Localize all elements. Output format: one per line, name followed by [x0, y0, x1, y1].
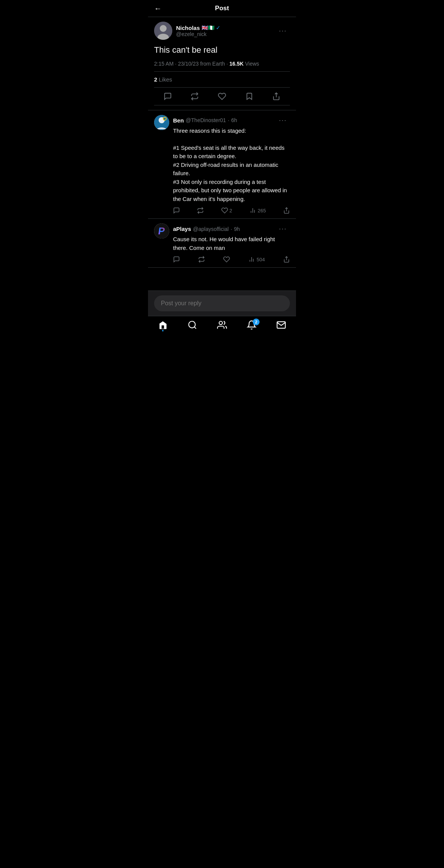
comment-1-likes-count: 2 — [230, 208, 232, 213]
nav-mail[interactable] — [276, 320, 286, 330]
like-button[interactable] — [218, 92, 226, 100]
comment-2-name-info: aPlays @aplaysofficial · 9h — [173, 226, 240, 232]
header: ← Post — [148, 0, 296, 17]
comment-2-more-button[interactable]: ··· — [276, 223, 290, 234]
comment-1-user-row: Ben @TheDinoster01 · 6h ··· Three reason… — [154, 115, 290, 214]
comment-1-text: Three reasons this is staged:#1 Speed's … — [173, 127, 290, 204]
comment-2-handle: @aplaysofficial — [193, 226, 229, 232]
comment-2-text: Cause its not. He would have failed righ… — [173, 235, 290, 252]
retweet-button[interactable] — [191, 92, 199, 100]
main-post-user-info: Nicholas 🇬🇧🇳🇬 ✓ @ezele_nick — [154, 22, 220, 40]
post-views-count: 16.5K — [229, 61, 243, 67]
post-date: 23/10/23 — [178, 61, 199, 67]
comment-2-time: 9h — [234, 226, 240, 232]
reply-input[interactable] — [154, 295, 290, 311]
home-dot — [162, 330, 164, 331]
comment-2: P aPlays @aplaysofficial · 9h ··· Cause … — [148, 219, 296, 268]
nav-people[interactable] — [217, 320, 227, 330]
comment-1-avatar — [154, 115, 169, 130]
comment-1-share-button[interactable] — [283, 207, 290, 214]
post-meta: 2:15 AM · 23/10/23 from Earth · 16.5K Vi… — [154, 61, 290, 67]
comment-1-time: 6h — [231, 117, 237, 123]
comment-1-retweet-button[interactable] — [197, 207, 204, 214]
main-post-name-area: Nicholas 🇬🇧🇳🇬 ✓ @ezele_nick — [176, 25, 220, 37]
page-title: Post — [215, 5, 229, 12]
comment-1-more-button[interactable]: ··· — [276, 115, 290, 126]
svg-line-18 — [194, 327, 196, 329]
post-views-label: Views — [245, 61, 259, 67]
comment-2-display-name: aPlays — [173, 226, 191, 232]
spacer — [148, 268, 296, 290]
nav-search[interactable] — [187, 320, 197, 330]
comment-2-actions: 504 — [173, 256, 290, 263]
comment-1-like-button[interactable]: 2 — [221, 207, 232, 214]
main-post-name-row: Nicholas 🇬🇧🇳🇬 ✓ — [176, 25, 220, 31]
comment-2-user-row: P aPlays @aplaysofficial · 9h ··· Cause … — [154, 223, 290, 263]
bottom-nav: 2 — [148, 316, 296, 337]
comment-2-share-button[interactable] — [283, 256, 290, 263]
likes-text: Likes — [159, 76, 172, 83]
comment-1-handle: @TheDinoster01 — [186, 117, 226, 123]
reply-bar — [148, 290, 296, 316]
comment-1-display-name: Ben — [173, 117, 184, 124]
back-button[interactable]: ← — [154, 4, 162, 13]
comment-1-actions: 2 265 — [173, 207, 290, 214]
comment-2-content: aPlays @aplaysofficial · 9h ··· Cause it… — [173, 223, 290, 263]
likes-count: 2 — [154, 76, 157, 83]
share-button[interactable] — [272, 92, 280, 100]
comment-2-name-row: aPlays @aplaysofficial · 9h ··· — [173, 223, 290, 234]
main-post-user-row: Nicholas 🇬🇧🇳🇬 ✓ @ezele_nick ··· — [154, 22, 290, 40]
post-separator-1: · — [175, 61, 178, 67]
bookmark-button[interactable] — [245, 92, 253, 100]
post-time: 2:15 AM — [154, 61, 173, 67]
post-actions-row — [154, 88, 290, 105]
main-post: Nicholas 🇬🇧🇳🇬 ✓ @ezele_nick ··· This can… — [148, 17, 296, 110]
comment-1-name-row: Ben @TheDinoster01 · 6h ··· — [173, 115, 290, 126]
comment-2-reply-button[interactable] — [173, 256, 180, 263]
likes-row: 2 Likes — [154, 72, 290, 88]
more-options-button[interactable]: ··· — [276, 25, 290, 36]
comment-1-dot: · — [228, 117, 229, 123]
comment-1-views-button[interactable]: 265 — [249, 207, 266, 214]
comment-2-like-button[interactable] — [223, 256, 230, 263]
comment-1-name-info: Ben @TheDinoster01 · 6h — [173, 117, 237, 124]
flag-icons: 🇬🇧🇳🇬 — [202, 25, 214, 31]
comment-button[interactable] — [164, 92, 172, 100]
post-text: This can't be real — [154, 44, 290, 56]
svg-point-7 — [164, 118, 166, 120]
nav-home[interactable] — [158, 320, 168, 330]
comment-1-views-count: 265 — [258, 208, 266, 213]
svg-point-19 — [219, 322, 222, 325]
svg-point-17 — [189, 322, 195, 328]
comment-2-dot: · — [231, 226, 232, 232]
verified-badge: ✓ — [216, 25, 220, 31]
avatar — [154, 22, 172, 40]
comment-1-reply-button[interactable] — [173, 207, 180, 214]
comment-2-retweet-button[interactable] — [198, 256, 205, 263]
comment-2-views-button[interactable]: 504 — [248, 256, 265, 263]
comment-1-content: Ben @TheDinoster01 · 6h ··· Three reason… — [173, 115, 290, 214]
comment-2-views-count: 504 — [257, 257, 265, 262]
nav-notifications[interactable]: 2 — [247, 320, 257, 330]
svg-point-1 — [160, 25, 167, 32]
svg-rect-16 — [162, 325, 164, 329]
comment-2-avatar: P — [154, 223, 169, 239]
display-name: Nicholas — [176, 25, 200, 31]
post-from: from Earth — [200, 61, 225, 67]
notification-badge: 2 — [253, 319, 260, 325]
comment-1: Ben @TheDinoster01 · 6h ··· Three reason… — [148, 110, 296, 219]
handle: @ezele_nick — [176, 31, 220, 37]
